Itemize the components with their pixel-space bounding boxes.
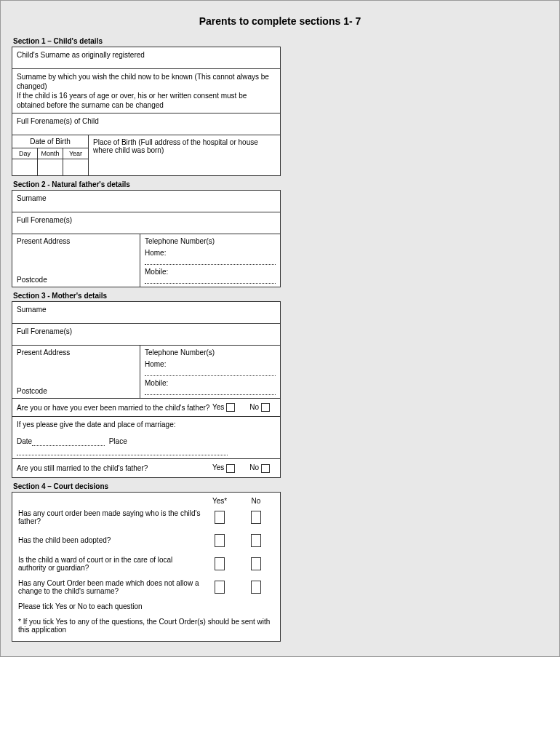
marriage-details-cell: If yes please give the date and place of… — [12, 417, 280, 459]
s4-q2-row: Has the child been adopted? — [18, 533, 274, 549]
s4-q3-yes-checkbox[interactable] — [215, 557, 225, 570]
mother-postcode-label: Postcode — [17, 387, 135, 395]
field-mother-telephone[interactable]: Telephone Number(s) Home: Mobile: — [140, 346, 280, 398]
s4-tick-note: Please tick Yes or No to each question — [18, 602, 274, 610]
dob-month-input[interactable] — [38, 159, 63, 175]
s4-q1-no-checkbox[interactable] — [251, 511, 261, 524]
mother-mobile-label: Mobile: — [145, 379, 168, 387]
section4-box: Yes* No Has any court order been made sa… — [12, 492, 281, 642]
dob-day-label: Day — [12, 148, 38, 159]
s4-q3-row: Is the child a ward of court or in the c… — [18, 556, 274, 572]
dob-label: Date of Birth — [12, 135, 88, 148]
dob-inputs — [12, 159, 88, 175]
section3-box: Surname Full Forename(s) Present Address… — [12, 301, 281, 478]
section1-box: Child's Surname as originally registered… — [12, 47, 281, 176]
s4-no-header: No — [238, 497, 274, 505]
still-married-no-checkbox[interactable] — [261, 464, 270, 473]
ever-married-no-checkbox[interactable] — [261, 403, 270, 412]
field-mother-forenames[interactable]: Full Forename(s) — [12, 324, 280, 346]
mother-telephone-label: Telephone Number(s) — [145, 348, 276, 356]
surname-wish-line1: Surname by which you wish the child now … — [17, 72, 276, 91]
mother-address-phone-row: Present Address Postcode Telephone Numbe… — [12, 346, 280, 399]
form-page: Parents to complete sections 1- 7 Sectio… — [0, 0, 560, 657]
s4-q2-no-checkbox[interactable] — [251, 534, 261, 547]
field-child-forenames[interactable]: Full Forename(s) of Child — [12, 113, 280, 135]
field-child-surname-registered[interactable]: Child's Surname as originally registered — [12, 47, 280, 69]
dob-block: Date of Birth Day Month Year — [12, 135, 89, 175]
marriage-line-label: If yes please give the date and place of… — [17, 420, 276, 429]
still-married-row: Are you still married to the child's fat… — [12, 459, 280, 477]
no-label-2: No — [249, 463, 259, 471]
s4-q4: Has any Court Order been made which does… — [18, 579, 201, 595]
date-label: Date — [17, 437, 32, 445]
field-mother-address[interactable]: Present Address Postcode — [12, 346, 140, 398]
dob-day-input[interactable] — [12, 159, 38, 175]
page-title: Parents to complete sections 1- 7 — [12, 15, 548, 27]
s4-yes-header: Yes* — [201, 497, 238, 505]
ever-married-yes-checkbox[interactable] — [226, 403, 235, 412]
s4-q2: Has the child been adopted? — [18, 536, 201, 544]
s4-q3-no-checkbox[interactable] — [251, 557, 261, 570]
mother-mobile-line[interactable] — [145, 389, 276, 395]
father-address-label: Present Address — [17, 237, 135, 245]
field-father-address[interactable]: Present Address Postcode — [12, 234, 140, 287]
ever-married-row: Are you or have you ever been married to… — [12, 399, 280, 417]
no-label-1: No — [249, 403, 259, 411]
dob-year-label: Year — [63, 148, 88, 159]
mother-home-label: Home: — [145, 360, 166, 368]
s4-q1: Has any court order been made saying who… — [18, 509, 201, 525]
father-mobile-line[interactable] — [145, 277, 276, 284]
dob-month-label: Month — [38, 148, 63, 159]
dob-header-cells: Day Month Year — [12, 148, 88, 159]
s4-q4-row: Has any Court Order been made which does… — [18, 579, 274, 595]
section4-header: Section 4 – Court decisions — [13, 482, 548, 490]
s4-q4-no-checkbox[interactable] — [251, 581, 261, 594]
father-home-label: Home: — [145, 249, 166, 257]
field-father-telephone[interactable]: Telephone Number(s) Home: Mobile: — [140, 234, 280, 287]
still-married-yes-checkbox[interactable] — [226, 464, 235, 473]
father-home-line[interactable] — [145, 258, 276, 265]
place-label: Place — [109, 437, 127, 445]
section2-header: Section 2 - Natural father's details — [13, 180, 548, 188]
dob-year-input[interactable] — [63, 159, 88, 175]
field-father-forenames[interactable]: Full Forename(s) — [12, 212, 280, 234]
field-child-surname-wish[interactable]: Surname by which you wish the child now … — [12, 69, 280, 113]
field-place-of-birth[interactable]: Place of Birth (Full address of the hosp… — [89, 135, 280, 175]
surname-wish-line2: If the child is 16 years of age or over,… — [17, 91, 276, 110]
section4-header-row: Yes* No — [18, 497, 274, 505]
s4-q1-row: Has any court order been made saying who… — [18, 509, 274, 525]
section1-header: Section 1 – Child's details — [13, 37, 548, 45]
mother-home-line[interactable] — [145, 370, 276, 376]
s4-q2-yes-checkbox[interactable] — [215, 534, 225, 547]
father-mobile-label: Mobile: — [145, 268, 168, 276]
field-father-surname[interactable]: Surname — [12, 191, 280, 212]
mother-address-label: Present Address — [17, 348, 135, 356]
s4-q1-yes-checkbox[interactable] — [215, 511, 225, 524]
q-still-married: Are you still married to the child's fat… — [17, 464, 148, 472]
father-telephone-label: Telephone Number(s) — [145, 237, 276, 245]
s4-q3: Is the child a ward of court or in the c… — [18, 556, 201, 572]
father-postcode-label: Postcode — [17, 276, 135, 284]
marriage-date-line[interactable] — [32, 439, 105, 446]
field-mother-surname[interactable]: Surname — [12, 302, 280, 324]
section3-header: Section 3 - Mother's details — [13, 292, 548, 300]
yes-label-1: Yes — [212, 403, 224, 411]
s4-q4-yes-checkbox[interactable] — [215, 581, 225, 594]
section2-box: Surname Full Forename(s) Present Address… — [12, 190, 281, 287]
q-ever-married: Are you or have you ever been married to… — [17, 404, 209, 412]
father-address-phone-row: Present Address Postcode Telephone Numbe… — [12, 234, 280, 287]
marriage-place-line[interactable] — [17, 449, 228, 455]
s4-footnote: * If you tick Yes to any of the question… — [18, 618, 274, 634]
yes-label-2: Yes — [212, 463, 224, 471]
dob-pob-row: Date of Birth Day Month Year Place of Bi… — [12, 135, 280, 175]
